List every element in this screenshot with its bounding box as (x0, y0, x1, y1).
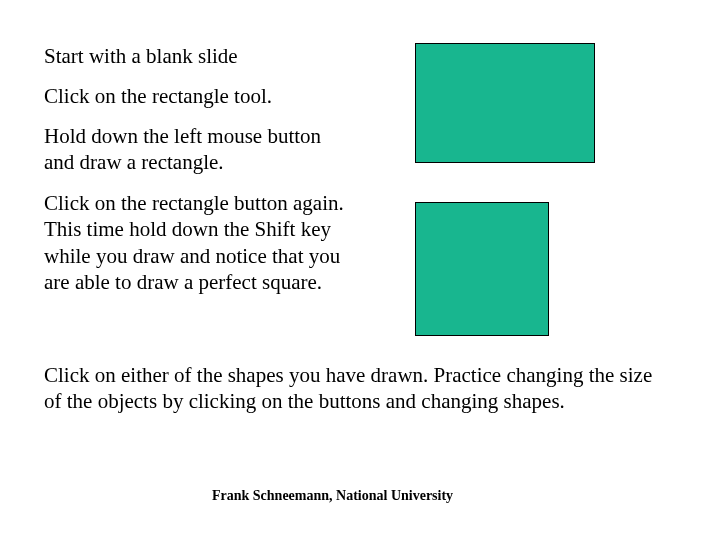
drawn-square (415, 202, 549, 336)
instruction-1: Start with a blank slide (44, 43, 394, 69)
footer-credit: Frank Schneemann, National University (212, 488, 453, 504)
instruction-5: Click on either of the shapes you have d… (44, 362, 654, 415)
instruction-2: Click on the rectangle tool. (44, 83, 394, 109)
drawn-rectangle (415, 43, 595, 163)
slide: Start with a blank slide Click on the re… (0, 0, 720, 540)
instruction-3: Hold down the left mouse button and draw… (44, 123, 344, 176)
instruction-4: Click on the rectangle button again. Thi… (44, 190, 364, 295)
